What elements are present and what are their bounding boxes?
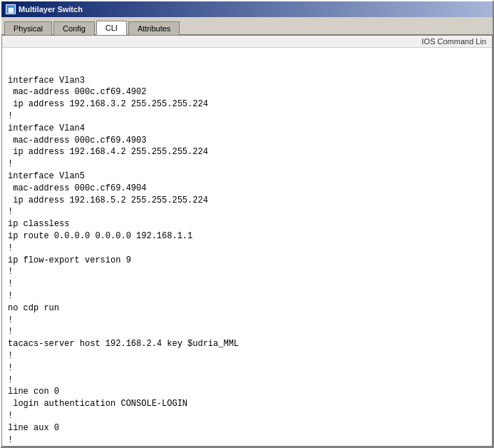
tab-bar: Physical Config CLI Attributes	[1, 17, 493, 36]
main-window: ▦ Multilayer Switch Physical Config CLI …	[0, 0, 494, 448]
tab-cli[interactable]: CLI	[96, 21, 127, 35]
tab-attributes[interactable]: Attributes	[128, 21, 180, 35]
cli-output[interactable]: interface Vlan3 mac-address 000c.cf69.49…	[2, 48, 492, 446]
title-bar: ▦ Multilayer Switch	[1, 1, 493, 17]
window-icon: ▦	[6, 4, 16, 14]
ios-header: IOS Command Lin	[2, 36, 492, 48]
tab-config[interactable]: Config	[53, 21, 95, 35]
window-title: Multilayer Switch	[19, 5, 83, 14]
cli-text: interface Vlan3 mac-address 000c.cf69.49…	[8, 75, 486, 446]
tab-physical[interactable]: Physical	[4, 21, 52, 35]
content-area: IOS Command Lin interface Vlan3 mac-addr…	[1, 36, 493, 447]
